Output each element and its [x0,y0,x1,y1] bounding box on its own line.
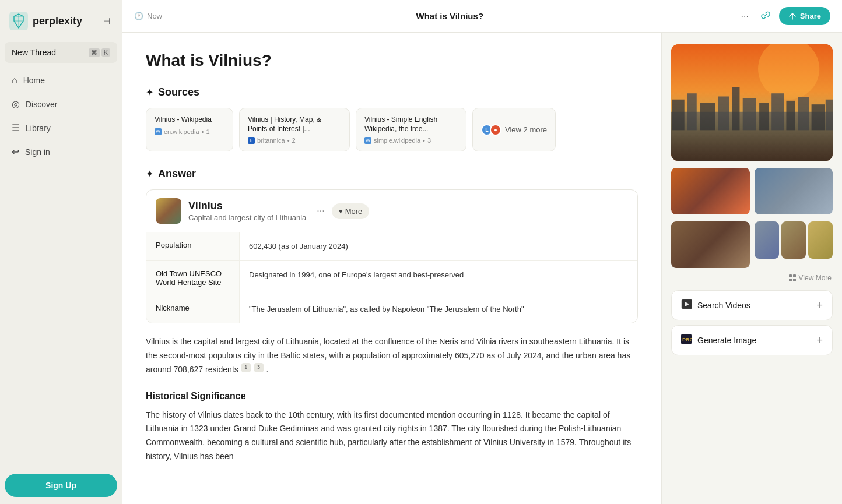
source-favicon-1: b [248,137,255,144]
info-row-nickname: Nickname "The Jerusalem of Lithuania", a… [146,295,637,323]
app-logo: perplexity ⊣ [5,7,117,35]
image-overlay [671,44,833,161]
more-button[interactable]: ▾ More [332,203,370,219]
source-card-1[interactable]: Vilnius | History, Map, & Points of Inte… [239,108,350,151]
link-button[interactable] [757,6,774,26]
new-thread-label: New Thread [12,48,56,57]
article-title: What is Vilnius? [146,51,638,70]
article: What is Vilnius? ✦ Sources Vilnius - Wik… [122,33,661,504]
image-thumb-small-2[interactable] [781,221,806,259]
generate-image-button[interactable]: PRO Generate Image + [671,325,833,355]
source-sep-1: • [287,137,290,144]
image-thumb-2[interactable] [755,168,833,214]
info-value-unesco: Designated in 1994, one of Europe's larg… [240,261,637,295]
signin-icon: ↩ [12,146,19,157]
source-title-0: Vilnius - Wikipedia [155,115,224,125]
time-label: Now [147,12,162,20]
info-table: Population 602,430 (as of January 2024) … [146,232,637,323]
new-thread-button[interactable]: New Thread ⌘ K [5,42,117,63]
info-label-population: Population [146,232,240,260]
source-card-2[interactable]: Vilnius - Simple English Wikipedia, the … [356,108,466,151]
info-value-population: 602,430 (as of January 2024) [240,232,637,260]
view-more-images-button[interactable]: View More [671,270,833,286]
source-meta-2: W simple.wikipedia • 3 [364,137,458,144]
main-city-image[interactable] [671,44,833,161]
source-site-1: britannica [257,137,285,144]
sidebar-item-signin[interactable]: ↩ Sign in [5,141,117,163]
image-sub-grid [755,221,833,268]
answer-icon: ✦ [146,168,153,179]
keyboard-shortcut: ⌘ K [89,48,110,57]
answer-heading: Answer [158,168,196,180]
more-options-button[interactable]: ··· [738,8,752,25]
sign-up-label: Sign Up [45,481,76,490]
view-more-sources-button[interactable]: L ● View 2 more [472,108,556,151]
perplexity-logo-icon [9,12,28,30]
source-site-2: simple.wikipedia [374,137,420,144]
content-area: What is Vilnius? ✦ Sources Vilnius - Wik… [122,33,842,504]
source-card-0[interactable]: Vilnius - Wikipedia W en.wikipedia • 1 [146,108,233,151]
info-row-unesco: Old Town UNESCO World Heritage Site Desi… [146,261,637,295]
image-thumb-small-3[interactable] [808,221,833,259]
search-videos-left: Search Videos [681,299,750,312]
source-site-0: en.wikipedia [164,128,199,135]
video-icon [681,299,692,312]
discover-icon: ◎ [12,98,20,110]
library-icon: ☰ [12,122,20,133]
source-meta-0: W en.wikipedia • 1 [155,128,224,135]
home-icon: ⌂ [12,75,17,86]
search-videos-label: Search Videos [697,301,750,310]
image-thumb-small-1[interactable] [755,221,779,259]
source-count-1: 2 [292,137,296,144]
sidebar-item-library[interactable]: ☰ Library [5,117,117,139]
city-subtitle: Capital and largest city of Lithuania [188,213,306,222]
source-favicon-0: W [155,128,162,135]
topbar-actions: ··· Share [738,6,830,26]
info-value-nickname: "The Jerusalem of Lithuania", as called … [240,295,637,323]
source-count-0: 1 [206,128,209,135]
city-thumbnail [156,198,181,224]
info-row-population: Population 602,430 (as of January 2024) [146,232,637,261]
share-button[interactable]: Share [779,7,830,25]
link-icon [760,10,771,20]
citation-2[interactable]: 3 [254,363,264,372]
kbd-cmd: ⌘ [89,48,100,57]
svg-text:PRO: PRO [682,337,692,343]
app-name: perplexity [33,15,82,27]
sources-section-header: ✦ Sources [146,86,638,98]
plus-icon-generate: + [816,334,823,347]
historical-paragraph: The history of Vilnius dates back to the… [146,408,638,464]
clock-icon: 🕐 [134,12,143,20]
historical-heading: Historical Significance [146,391,638,401]
sidebar-item-label-library: Library [26,124,51,133]
search-videos-button[interactable]: Search Videos + [671,290,833,320]
topbar-title: What is Vilnius? [169,11,731,21]
image-thumb-3[interactable] [671,221,750,268]
source-title-2: Vilnius - Simple English Wikipedia, the … [364,115,458,133]
kbd-k: K [101,48,110,57]
avatar-1: ● [490,124,501,136]
sign-up-button[interactable]: Sign Up [5,474,117,497]
sidebar-item-label-discover: Discover [26,100,57,109]
city-info-box: Vilnius Capital and largest city of Lith… [146,189,638,323]
sources-grid: Vilnius - Wikipedia W en.wikipedia • 1 V… [146,108,638,151]
source-meta-1: b britannica • 2 [248,137,341,144]
collapse-sidebar-button[interactable]: ⊣ [101,14,113,28]
share-label: Share [800,12,821,20]
view-more-images-label: View More [799,274,832,282]
info-label-unesco: Old Town UNESCO World Heritage Site [146,261,240,295]
image-thumb-1[interactable] [671,168,750,214]
info-more-options-button[interactable]: ··· [313,203,328,218]
citation-1[interactable]: 1 [241,363,251,372]
image-grid-row1 [671,168,833,214]
view-more-label: View 2 more [505,125,547,134]
sidebar-item-home[interactable]: ⌂ Home [5,70,117,91]
sidebar-item-label-signin: Sign in [25,147,50,157]
generate-image-left: PRO Generate Image [681,334,756,347]
info-label-nickname: Nickname [146,295,240,323]
source-favicon-2: W [364,137,371,144]
pro-icon: PRO [681,334,692,347]
sidebar-item-discover[interactable]: ◎ Discover [5,93,117,115]
body-end: . [266,365,268,374]
city-title-group: Vilnius Capital and largest city of Lith… [188,200,306,222]
